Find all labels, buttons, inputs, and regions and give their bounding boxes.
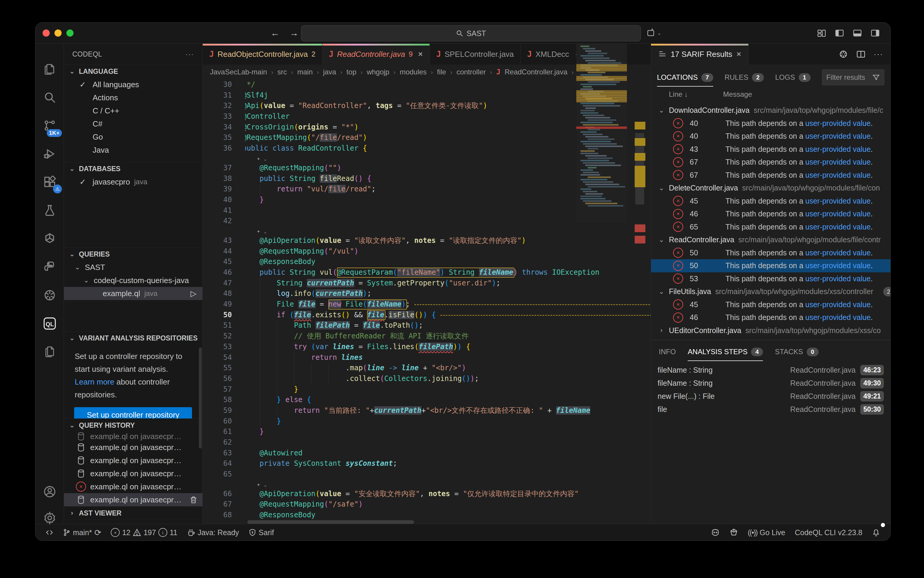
language-item-c-c-[interactable]: C / C++ — [64, 104, 202, 117]
sarif-result-row[interactable]: ×67This path depends on a user-provided … — [651, 156, 890, 169]
user-provided-value-link[interactable]: user-provided value — [805, 132, 871, 140]
breadcrumb-item[interactable]: controller — [456, 68, 486, 76]
breadcrumb-item[interactable]: ReadController.java — [505, 68, 567, 76]
database-item-javasecpro[interactable]: ✓javasecprojava — [64, 175, 202, 188]
ai-sparkle-icon[interactable]: ✦ — [257, 155, 260, 162]
user-provided-value-link[interactable]: user-provided value — [805, 209, 871, 218]
sarif-group-UEditorController.java[interactable]: ›UEditorController.javasrc/main/java/top… — [651, 324, 890, 337]
step-location-badge[interactable]: 50:30 — [860, 404, 884, 415]
activity-bar-item-search[interactable] — [36, 85, 64, 109]
sarif-result-row[interactable]: ×40This path depends on a user-provided … — [651, 130, 890, 143]
query-history-item[interactable]: example.ql on javasecpro - fi... — [64, 467, 202, 480]
sarif-results-tab[interactable]: 17 SARIF Results × — [651, 44, 749, 65]
close-window-button[interactable] — [42, 29, 50, 37]
sarif-result-row[interactable]: ×65This path depends on a user-provided … — [651, 221, 890, 234]
tab-ReadController.java[interactable]: JReadController.java9× — [322, 44, 430, 65]
query-history-item[interactable]: example.ql on javasecpro - fi... — [64, 454, 202, 467]
close-icon[interactable]: × — [418, 49, 423, 59]
sarif-group-DeleteController.java[interactable]: ⌄DeleteController.javasrc/main/java/top/… — [651, 182, 890, 195]
minimize-window-button[interactable] — [54, 29, 62, 37]
panel-more-actions[interactable]: ··· — [874, 50, 883, 59]
analysis-step-row[interactable]: fileReadController.java50:30 — [651, 403, 890, 416]
forward-button[interactable]: → — [290, 28, 299, 38]
sarif-tab-locations[interactable]: LOCATIONS7 — [657, 69, 713, 86]
ai-sparkle-icon[interactable]: ✦ — [257, 227, 260, 235]
query-history-item[interactable]: example.ql on javasecpro - fi... — [64, 441, 202, 454]
step-location-badge[interactable]: 46:23 — [860, 365, 884, 375]
sarif-status[interactable]: Sarif — [245, 524, 278, 541]
user-provided-value-link[interactable]: user-provided value — [805, 119, 871, 127]
query-tree-item-codeql-custom-queries-java[interactable]: ⌄codeql-custom-queries-java — [64, 274, 202, 287]
user-provided-value-link[interactable]: user-provided value — [805, 171, 871, 179]
activity-bar-item-ai-knot[interactable] — [36, 227, 64, 251]
language-item-all-languages[interactable]: ✓All languages — [64, 78, 202, 91]
sarif-result-row[interactable]: ×53This path depends on a user-provided … — [651, 272, 890, 286]
activity-bar-item-explorer[interactable] — [36, 57, 64, 81]
tab-SPELController.java[interactable]: JSPELController.java — [430, 44, 521, 65]
sarif-result-row[interactable]: ×45This path depends on a user-provided … — [651, 298, 890, 311]
tab-ReadObjectController.java[interactable]: JReadObjectController.java2 — [203, 44, 322, 65]
sarif-group-DownloadController.java[interactable]: ⌄DownloadController.javasrc/main/java/to… — [651, 104, 890, 117]
activity-bar-item-testing[interactable] — [36, 198, 64, 222]
ai-assistant-status[interactable] — [726, 524, 742, 541]
problems-status[interactable]: × 12 197 i 11 — [107, 524, 181, 541]
analysis-step-row[interactable]: new File(...) : FileReadController.java4… — [651, 390, 890, 403]
language-item-actions[interactable]: Actions — [64, 91, 202, 104]
language-item-go[interactable]: Go — [64, 130, 202, 143]
breadcrumb-item[interactable]: file — [437, 68, 446, 76]
ai-codelens[interactable]: ✦ ⌄ — [245, 480, 651, 489]
sarif-result-row[interactable]: ×46This path depends on a user-provided … — [651, 208, 890, 221]
sarif-result-row[interactable]: ×46This path depends on a user-provided … — [651, 311, 890, 324]
sarif-result-row[interactable]: ×67This path depends on a user-provided … — [651, 169, 890, 182]
analysis-step-row[interactable]: fileName : StringReadController.java46:2… — [651, 364, 890, 377]
detail-tab-analysis-steps[interactable]: ANALYSIS STEPS4 — [688, 343, 763, 360]
activity-bar-item-codeql[interactable]: QL — [36, 312, 64, 335]
step-location-badge[interactable]: 49:30 — [860, 378, 884, 388]
user-provided-value-link[interactable]: user-provided value — [805, 248, 871, 257]
user-provided-value-link[interactable]: user-provided value — [805, 300, 871, 308]
breadcrumb-item[interactable]: modules — [400, 68, 427, 76]
section-language[interactable]: ⌄LANGUAGE — [64, 65, 202, 78]
learn-more-link[interactable]: Learn more — [75, 377, 114, 386]
sarif-result-row[interactable]: ×45This path depends on a user-provided … — [651, 195, 890, 208]
sidebar-more-actions[interactable]: ··· — [185, 50, 194, 58]
zoom-window-button[interactable] — [67, 29, 73, 37]
activity-bar-item-account[interactable] — [36, 480, 64, 503]
minimap[interactable] — [576, 44, 627, 222]
git-branch-status[interactable]: main* ⟳ — [59, 524, 105, 541]
query-tree-item-example.ql[interactable]: example.qljava▷ — [64, 287, 202, 300]
codeql-cli-status[interactable]: CodeQL CLI v2.23.8 — [791, 524, 866, 541]
sarif-result-row[interactable]: ×50This path depends on a user-provided … — [651, 259, 890, 272]
toggle-sidebar-icon[interactable] — [835, 29, 844, 37]
activity-bar-item-extensions[interactable]: ⚠ — [36, 170, 64, 194]
user-provided-value-link[interactable]: user-provided value — [805, 145, 871, 153]
go-live-status[interactable]: ((•)) Go Live — [744, 524, 789, 541]
language-item-java[interactable]: Java — [64, 143, 202, 157]
sarif-result-row[interactable]: ×43This path depends on a user-provided … — [651, 143, 890, 156]
sarif-result-row[interactable]: ×40This path depends on a user-provided … — [651, 117, 890, 130]
section-ast-viewer[interactable]: ›AST VIEWER — [64, 506, 202, 520]
activity-bar-item-docs[interactable] — [36, 340, 64, 364]
java-status[interactable]: Java: Ready — [184, 524, 243, 541]
back-button[interactable]: ← — [271, 28, 279, 38]
user-provided-value-link[interactable]: user-provided value — [805, 222, 871, 231]
breadcrumb-item[interactable]: main — [297, 68, 313, 76]
filter-results-input[interactable]: Filter results — [822, 69, 884, 85]
activity-bar-item-settings[interactable] — [36, 506, 64, 530]
sarif-tab-rules[interactable]: RULES2 — [724, 69, 764, 86]
detail-tab-info[interactable]: INFO — [659, 343, 676, 360]
overview-ruler[interactable] — [627, 44, 651, 524]
sarif-result-row[interactable]: ×50This path depends on a user-provided … — [651, 247, 890, 260]
openai-icon[interactable] — [839, 49, 848, 59]
breadcrumb-item[interactable]: top — [346, 68, 356, 76]
copilot-status[interactable] — [707, 524, 723, 541]
section-query-history[interactable]: ⌄QUERY HISTORY — [64, 419, 202, 432]
activity-bar-item-run-debug[interactable] — [36, 142, 64, 166]
notifications[interactable] — [868, 524, 884, 541]
run-query-button[interactable]: ▷ — [190, 289, 196, 298]
customize-layout-icon[interactable] — [817, 29, 826, 37]
query-tree-item-SAST[interactable]: ⌄SAST — [64, 261, 202, 274]
language-item-c-[interactable]: C# — [64, 117, 202, 130]
sync-icon[interactable]: ⟳ — [94, 528, 101, 537]
breadcrumb-item[interactable]: java — [323, 68, 336, 76]
